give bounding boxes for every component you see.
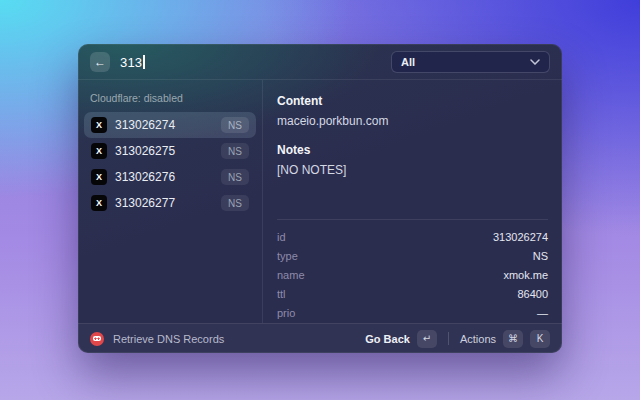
content-section: Content maceio.porkbun.com — [277, 94, 548, 128]
record-id-label: 313026274 — [115, 118, 175, 132]
meta-value-id: 313026274 — [493, 231, 548, 243]
metadata-row: type NS — [277, 246, 548, 265]
metadata-table: id 313026274 type NS name xmok.me ttl 86… — [277, 219, 548, 322]
filter-dropdown[interactable]: All — [391, 51, 550, 73]
list-item[interactable]: X 313026275 NS — [84, 138, 256, 164]
search-input[interactable]: 313 — [120, 53, 145, 71]
meta-label-prio: prio — [277, 307, 295, 319]
content-value: maceio.porkbun.com — [277, 114, 548, 128]
list-item[interactable]: X 313026274 NS — [84, 112, 256, 138]
back-button[interactable]: ← — [90, 52, 110, 72]
metadata-row: prio — — [277, 303, 548, 322]
x-favicon-icon: X — [91, 195, 107, 211]
text-caret — [143, 55, 145, 69]
list-item[interactable]: X 313026277 NS — [84, 190, 256, 216]
window-body: Cloudflare: disabled X 313026274 NS X 31… — [78, 80, 562, 323]
k-key-icon: K — [530, 330, 550, 348]
action-bar: Retrieve DNS Records Go Back ↵ Actions ⌘… — [78, 323, 562, 353]
porkbun-app-icon — [90, 332, 104, 346]
metadata-row: id 313026274 — [277, 227, 548, 246]
launcher-window: ← 313 All Cloudflare: disabled X 3130262… — [78, 44, 562, 353]
go-back-button[interactable]: Go Back ↵ — [365, 330, 437, 348]
meta-label-name: name — [277, 269, 305, 281]
metadata-row: ttl 86400 — [277, 284, 548, 303]
filter-dropdown-value: All — [401, 56, 415, 68]
record-type-badge: NS — [221, 143, 249, 159]
return-key-icon: ↵ — [417, 330, 437, 348]
meta-label-type: type — [277, 250, 298, 262]
results-list: Cloudflare: disabled X 313026274 NS X 31… — [78, 80, 263, 323]
pig-snout-icon — [93, 336, 101, 342]
actions-label: Actions — [460, 333, 496, 345]
footer-divider — [448, 332, 449, 345]
meta-label-ttl: ttl — [277, 288, 286, 300]
meta-value-name: xmok.me — [503, 269, 548, 281]
detail-panel: Content maceio.porkbun.com Notes [NO NOT… — [263, 80, 562, 323]
x-favicon-icon: X — [91, 143, 107, 159]
search-input-value: 313 — [120, 55, 142, 70]
go-back-label: Go Back — [365, 333, 410, 345]
meta-value-ttl: 86400 — [517, 288, 548, 300]
record-id-label: 313026275 — [115, 144, 175, 158]
search-bar: ← 313 All — [78, 44, 562, 80]
meta-value-prio: — — [537, 307, 548, 319]
x-favicon-icon: X — [91, 169, 107, 185]
actions-button[interactable]: Actions ⌘ K — [460, 330, 550, 348]
list-section-label: Cloudflare: disabled — [84, 85, 256, 112]
back-arrow-icon: ← — [94, 55, 106, 69]
metadata-row: name xmok.me — [277, 265, 548, 284]
list-item[interactable]: X 313026276 NS — [84, 164, 256, 190]
meta-value-type: NS — [533, 250, 548, 262]
content-heading: Content — [277, 94, 548, 108]
record-id-label: 313026276 — [115, 170, 175, 184]
notes-section: Notes [NO NOTES] — [277, 143, 548, 177]
chevron-down-icon — [530, 59, 540, 65]
record-type-badge: NS — [221, 195, 249, 211]
command-key-icon: ⌘ — [503, 330, 523, 348]
x-favicon-icon: X — [91, 117, 107, 133]
meta-label-id: id — [277, 231, 286, 243]
footer-actions: Go Back ↵ Actions ⌘ K — [365, 330, 550, 348]
notes-value: [NO NOTES] — [277, 163, 548, 177]
record-type-badge: NS — [221, 169, 249, 185]
notes-heading: Notes — [277, 143, 548, 157]
record-id-label: 313026277 — [115, 196, 175, 210]
record-type-badge: NS — [221, 117, 249, 133]
command-title: Retrieve DNS Records — [113, 333, 224, 345]
